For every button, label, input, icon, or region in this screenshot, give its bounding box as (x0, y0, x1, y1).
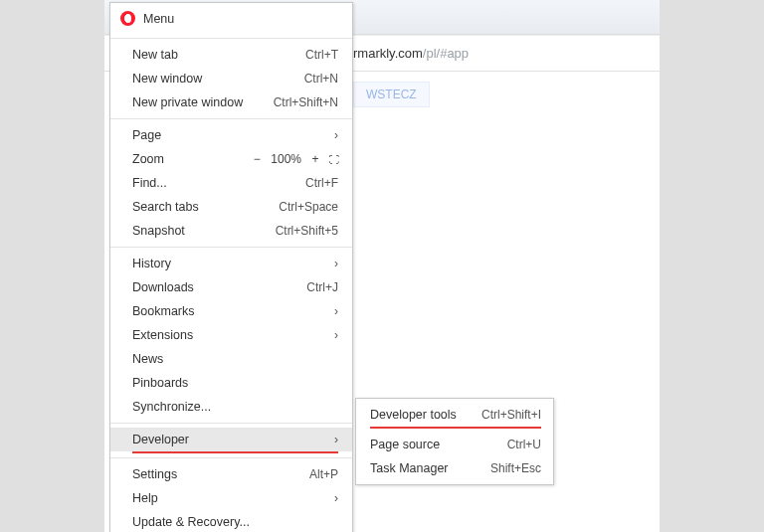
menu-item-snapshot[interactable]: Snapshot Ctrl+Shift+5 (110, 219, 352, 243)
separator (110, 118, 352, 119)
zoom-value: 100% (271, 152, 301, 166)
menu-item-new-tab[interactable]: New tab Ctrl+T (110, 43, 352, 67)
url-path: /pl/#app (423, 46, 469, 61)
menu-item-find[interactable]: Find... Ctrl+F (110, 171, 352, 195)
chevron-right-icon: › (334, 128, 338, 142)
chevron-right-icon: › (334, 257, 338, 270)
menu-item-update-recovery[interactable]: Update & Recovery... (110, 510, 352, 532)
menu-item-extensions[interactable]: Extensions › (110, 323, 352, 347)
separator (110, 247, 352, 248)
menu-header: Menu (110, 3, 352, 34)
opera-main-menu: Menu New tab Ctrl+T New window Ctrl+N Ne… (109, 2, 353, 532)
menu-title: Menu (143, 12, 174, 26)
highlight-underline (370, 427, 541, 429)
highlight-underline (132, 451, 338, 453)
separator (110, 457, 352, 458)
menu-item-help[interactable]: Help › (110, 486, 352, 510)
menu-item-search-tabs[interactable]: Search tabs Ctrl+Space (110, 195, 352, 219)
menu-item-bookmarks[interactable]: Bookmarks › (110, 299, 352, 323)
developer-submenu: Developer tools Ctrl+Shift+I Page source… (355, 398, 554, 485)
menu-item-downloads[interactable]: Downloads Ctrl+J (110, 275, 352, 299)
separator (110, 423, 352, 424)
chevron-right-icon: › (334, 328, 338, 342)
zoom-out-button[interactable]: − (251, 152, 263, 166)
menu-item-settings[interactable]: Settings Alt+P (110, 462, 352, 486)
menu-item-page[interactable]: Page › (110, 123, 352, 147)
menu-item-zoom: Zoom − 100% + ⛶ (110, 147, 352, 171)
url-host: rmarkly.com (353, 46, 423, 61)
separator (110, 38, 352, 39)
chevron-right-icon: › (334, 433, 338, 446)
fullscreen-icon[interactable]: ⛶ (329, 154, 338, 165)
submenu-item-devtools[interactable]: Developer tools Ctrl+Shift+I (356, 403, 553, 427)
submenu-item-task-manager[interactable]: Task Manager Shift+Esc (356, 456, 553, 480)
menu-item-history[interactable]: History › (110, 252, 352, 275)
menu-item-developer[interactable]: Developer › (110, 428, 352, 451)
opera-icon (120, 11, 135, 26)
back-button[interactable]: WSTECZ (353, 82, 430, 107)
menu-item-news[interactable]: News (110, 347, 352, 371)
chevron-right-icon: › (334, 304, 338, 318)
submenu-item-page-source[interactable]: Page source Ctrl+U (356, 433, 553, 456)
menu-item-new-window[interactable]: New window Ctrl+N (110, 67, 352, 90)
menu-item-new-private[interactable]: New private window Ctrl+Shift+N (110, 90, 352, 114)
menu-item-synchronize[interactable]: Synchronize... (110, 395, 352, 419)
menu-item-pinboards[interactable]: Pinboards (110, 371, 352, 395)
zoom-in-button[interactable]: + (309, 152, 321, 166)
chevron-right-icon: › (334, 491, 338, 505)
